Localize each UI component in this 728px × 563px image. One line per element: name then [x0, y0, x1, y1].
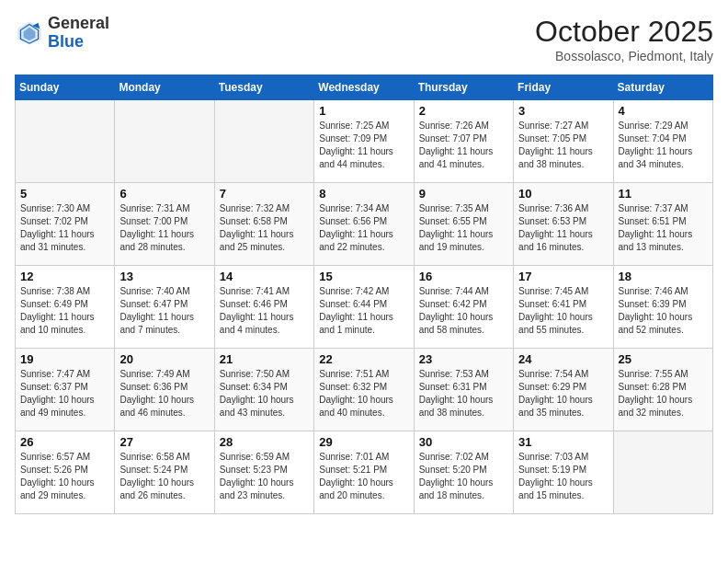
calendar-cell	[613, 431, 712, 514]
calendar-cell: 26Sunrise: 6:57 AM Sunset: 5:26 PM Dayli…	[16, 431, 115, 514]
page-header: General Blue October 2025 Bossolasco, Pi…	[15, 15, 713, 63]
header-day-wednesday: Wednesday	[314, 75, 414, 100]
calendar-cell: 8Sunrise: 7:34 AM Sunset: 6:56 PM Daylig…	[314, 183, 414, 266]
day-info: Sunrise: 7:51 AM Sunset: 6:32 PM Dayligh…	[319, 368, 408, 419]
day-number: 4	[619, 104, 708, 118]
day-number: 28	[220, 435, 309, 449]
calendar-cell: 2Sunrise: 7:26 AM Sunset: 7:07 PM Daylig…	[414, 100, 513, 183]
day-number: 15	[319, 270, 408, 283]
day-info: Sunrise: 7:25 AM Sunset: 7:09 PM Dayligh…	[319, 120, 408, 171]
calendar-cell: 17Sunrise: 7:45 AM Sunset: 6:41 PM Dayli…	[514, 266, 613, 349]
day-number: 29	[319, 435, 408, 449]
header-day-friday: Friday	[514, 75, 613, 100]
header-day-saturday: Saturday	[613, 75, 712, 100]
calendar-cell: 9Sunrise: 7:35 AM Sunset: 6:55 PM Daylig…	[414, 183, 513, 266]
calendar-week-4: 19Sunrise: 7:47 AM Sunset: 6:37 PM Dayli…	[16, 349, 713, 431]
day-info: Sunrise: 6:58 AM Sunset: 5:24 PM Dayligh…	[119, 451, 209, 502]
calendar-cell: 29Sunrise: 7:01 AM Sunset: 5:21 PM Dayli…	[314, 431, 414, 514]
month-title: October 2025	[535, 15, 713, 49]
calendar-cell: 16Sunrise: 7:44 AM Sunset: 6:42 PM Dayli…	[414, 266, 513, 349]
day-number: 3	[518, 104, 608, 118]
day-number: 23	[419, 352, 508, 366]
calendar-cell: 21Sunrise: 7:50 AM Sunset: 6:34 PM Dayli…	[214, 349, 313, 431]
calendar-cell: 19Sunrise: 7:47 AM Sunset: 6:37 PM Dayli…	[16, 349, 115, 431]
day-number: 9	[419, 187, 508, 201]
day-number: 14	[220, 270, 309, 283]
logo-blue-text: Blue	[48, 33, 109, 52]
calendar-cell: 6Sunrise: 7:31 AM Sunset: 7:00 PM Daylig…	[115, 183, 214, 266]
day-number: 25	[619, 352, 708, 366]
day-number: 30	[419, 435, 508, 449]
calendar-cell: 31Sunrise: 7:03 AM Sunset: 5:19 PM Dayli…	[514, 431, 613, 514]
logo-general-text: General	[48, 15, 109, 33]
day-info: Sunrise: 7:53 AM Sunset: 6:31 PM Dayligh…	[419, 368, 508, 419]
day-number: 19	[20, 352, 109, 366]
day-info: Sunrise: 7:41 AM Sunset: 6:46 PM Dayligh…	[220, 285, 309, 337]
day-number: 26	[20, 435, 109, 449]
day-info: Sunrise: 7:42 AM Sunset: 6:44 PM Dayligh…	[319, 285, 408, 337]
calendar-cell: 30Sunrise: 7:02 AM Sunset: 5:20 PM Dayli…	[414, 431, 513, 514]
calendar-week-3: 12Sunrise: 7:38 AM Sunset: 6:49 PM Dayli…	[16, 266, 713, 349]
location-text: Bossolasco, Piedmont, Italy	[535, 49, 713, 63]
calendar-cell: 3Sunrise: 7:27 AM Sunset: 7:05 PM Daylig…	[514, 100, 613, 183]
title-block: October 2025 Bossolasco, Piedmont, Italy	[535, 15, 713, 63]
day-number: 10	[518, 187, 608, 201]
day-number: 27	[119, 435, 209, 449]
day-info: Sunrise: 7:01 AM Sunset: 5:21 PM Dayligh…	[319, 451, 408, 502]
calendar-cell: 10Sunrise: 7:36 AM Sunset: 6:53 PM Dayli…	[514, 183, 613, 266]
day-number: 21	[220, 352, 309, 366]
day-info: Sunrise: 7:30 AM Sunset: 7:02 PM Dayligh…	[20, 202, 109, 254]
day-info: Sunrise: 7:03 AM Sunset: 5:19 PM Dayligh…	[518, 451, 608, 502]
day-number: 12	[20, 270, 109, 283]
day-info: Sunrise: 7:47 AM Sunset: 6:37 PM Dayligh…	[20, 368, 109, 419]
logo-icon	[15, 18, 44, 48]
day-number: 8	[319, 187, 408, 201]
header-day-tuesday: Tuesday	[214, 75, 313, 100]
day-info: Sunrise: 7:35 AM Sunset: 6:55 PM Dayligh…	[419, 202, 508, 254]
day-info: Sunrise: 7:46 AM Sunset: 6:39 PM Dayligh…	[619, 285, 708, 337]
calendar-cell: 14Sunrise: 7:41 AM Sunset: 6:46 PM Dayli…	[214, 266, 313, 349]
calendar-cell	[16, 100, 115, 183]
header-day-sunday: Sunday	[16, 75, 115, 100]
day-number: 17	[518, 270, 608, 283]
day-number: 5	[20, 187, 109, 201]
calendar-table: SundayMondayTuesdayWednesdayThursdayFrid…	[15, 75, 713, 514]
logo: General Blue	[15, 15, 109, 52]
day-number: 13	[119, 270, 209, 283]
day-info: Sunrise: 6:57 AM Sunset: 5:26 PM Dayligh…	[20, 451, 109, 502]
day-info: Sunrise: 7:49 AM Sunset: 6:36 PM Dayligh…	[119, 368, 209, 419]
calendar-week-2: 5Sunrise: 7:30 AM Sunset: 7:02 PM Daylig…	[16, 183, 713, 266]
day-info: Sunrise: 6:59 AM Sunset: 5:23 PM Dayligh…	[220, 451, 309, 502]
day-info: Sunrise: 7:38 AM Sunset: 6:49 PM Dayligh…	[20, 285, 109, 337]
day-info: Sunrise: 7:45 AM Sunset: 6:41 PM Dayligh…	[518, 285, 608, 337]
calendar-cell: 18Sunrise: 7:46 AM Sunset: 6:39 PM Dayli…	[613, 266, 712, 349]
calendar-cell: 15Sunrise: 7:42 AM Sunset: 6:44 PM Dayli…	[314, 266, 414, 349]
day-number: 20	[119, 352, 209, 366]
calendar-week-1: 1Sunrise: 7:25 AM Sunset: 7:09 PM Daylig…	[16, 100, 713, 183]
calendar-cell: 24Sunrise: 7:54 AM Sunset: 6:29 PM Dayli…	[514, 349, 613, 431]
calendar-header: SundayMondayTuesdayWednesdayThursdayFrid…	[16, 75, 713, 100]
calendar-cell: 4Sunrise: 7:29 AM Sunset: 7:04 PM Daylig…	[613, 100, 712, 183]
day-info: Sunrise: 7:31 AM Sunset: 7:00 PM Dayligh…	[119, 202, 209, 254]
calendar-cell	[115, 100, 214, 183]
day-number: 1	[319, 104, 408, 118]
day-number: 24	[518, 352, 608, 366]
day-info: Sunrise: 7:27 AM Sunset: 7:05 PM Dayligh…	[518, 120, 608, 171]
calendar-cell	[214, 100, 313, 183]
calendar-cell: 25Sunrise: 7:55 AM Sunset: 6:28 PM Dayli…	[613, 349, 712, 431]
calendar-cell: 1Sunrise: 7:25 AM Sunset: 7:09 PM Daylig…	[314, 100, 414, 183]
day-number: 22	[319, 352, 408, 366]
calendar-cell: 23Sunrise: 7:53 AM Sunset: 6:31 PM Dayli…	[414, 349, 513, 431]
day-number: 2	[419, 104, 508, 118]
day-info: Sunrise: 7:29 AM Sunset: 7:04 PM Dayligh…	[619, 120, 708, 171]
calendar-cell: 7Sunrise: 7:32 AM Sunset: 6:58 PM Daylig…	[214, 183, 313, 266]
day-info: Sunrise: 7:54 AM Sunset: 6:29 PM Dayligh…	[518, 368, 608, 419]
header-day-monday: Monday	[115, 75, 214, 100]
day-number: 16	[419, 270, 508, 283]
calendar-cell: 13Sunrise: 7:40 AM Sunset: 6:47 PM Dayli…	[115, 266, 214, 349]
calendar-cell: 28Sunrise: 6:59 AM Sunset: 5:23 PM Dayli…	[214, 431, 313, 514]
day-info: Sunrise: 7:02 AM Sunset: 5:20 PM Dayligh…	[419, 451, 508, 502]
calendar-cell: 5Sunrise: 7:30 AM Sunset: 7:02 PM Daylig…	[16, 183, 115, 266]
header-day-thursday: Thursday	[414, 75, 513, 100]
calendar-cell: 20Sunrise: 7:49 AM Sunset: 6:36 PM Dayli…	[115, 349, 214, 431]
